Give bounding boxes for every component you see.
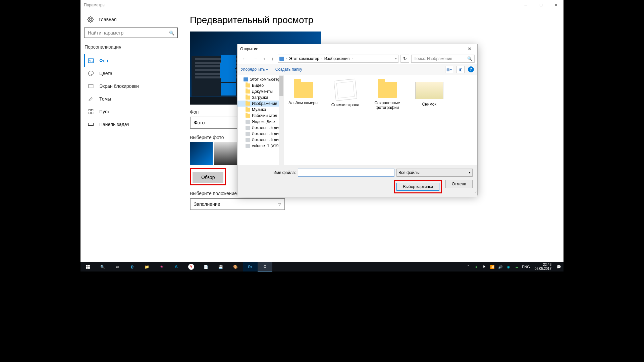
tree-item[interactable]: Музыка [237, 107, 284, 113]
edge-app[interactable]: e [125, 262, 140, 272]
forward-button[interactable]: → [251, 56, 260, 61]
paint-app[interactable]: 🎨 [228, 262, 243, 272]
organize-menu[interactable]: Упорядочить ▾ [241, 67, 268, 72]
filetype-value: Все файлы [398, 170, 420, 175]
new-folder-button[interactable]: Создать папку [275, 67, 302, 72]
close-button[interactable]: ✕ [548, 0, 564, 10]
refresh-button[interactable]: ↻ [400, 55, 409, 63]
drive-icon [246, 132, 250, 136]
up-button[interactable]: ↑ [269, 56, 276, 61]
search-button[interactable]: 🔍 [95, 262, 110, 272]
nav-taskbar[interactable]: Панель задач [84, 118, 181, 131]
home-label: Главная [99, 17, 116, 22]
search-input[interactable] [87, 30, 166, 36]
tree-item[interactable]: Локальный диск [237, 137, 284, 143]
dialog-title-bar: Открытие ✕ [237, 44, 477, 54]
svg-rect-3 [89, 109, 90, 111]
wifi-icon[interactable]: 📶 [490, 264, 495, 269]
filename-input[interactable] [298, 169, 394, 177]
nav-colors[interactable]: Цвета [84, 67, 181, 80]
tray-icon[interactable]: ◉ [506, 264, 511, 269]
nav-background[interactable]: Фон [84, 54, 181, 67]
tree-item[interactable]: Изображения [237, 101, 284, 107]
save-app[interactable]: 💾 [213, 262, 228, 272]
photo-thumb[interactable] [214, 142, 237, 165]
tree-item[interactable]: Локальный диск [237, 125, 284, 131]
nav-label: Панель задач [99, 122, 129, 127]
photo-thumb[interactable] [190, 142, 213, 165]
photoshop-app[interactable]: Ps [243, 262, 258, 272]
view-mode-button[interactable]: ▤ ▾ [445, 66, 453, 73]
tree-item[interactable]: volume_1 (\\192 [237, 143, 284, 149]
position-select[interactable]: Заполнение ▽ [190, 198, 285, 210]
notifications-icon[interactable]: 💬 [556, 264, 561, 269]
tray-icon[interactable]: ⚑ [482, 264, 487, 269]
tree-item[interactable]: Видео [237, 82, 284, 88]
cancel-button[interactable]: Отмена [445, 180, 473, 188]
filetype-select[interactable]: Все файлы ▾ [396, 169, 473, 177]
dialog-search[interactable]: Поиск: Изображения 🔍 [411, 55, 475, 63]
app-icon[interactable]: ❀ [154, 262, 169, 272]
tree-item[interactable]: Локальный диск [237, 131, 284, 137]
skype-app[interactable]: S [169, 262, 184, 272]
start-button[interactable] [80, 262, 95, 272]
svg-rect-12 [88, 267, 90, 269]
yandex-app[interactable]: Y [188, 264, 194, 270]
breadcrumb[interactable]: Изображения [324, 56, 350, 61]
file-list: Альбом камерыСнимки экранаСохраненные фо… [284, 75, 477, 165]
image-icon [88, 58, 94, 64]
tree-item[interactable]: Загрузки [237, 95, 284, 101]
nav-lockscreen[interactable]: Экран блокировки [84, 80, 181, 93]
tree-item[interactable]: Рабочий стол [237, 113, 284, 119]
highlight-open: Выбор картинки [394, 180, 442, 193]
tree-item[interactable]: Этот компьютер [237, 76, 284, 82]
tray-icon[interactable]: ● [474, 264, 479, 269]
nav-themes[interactable]: Темы [84, 93, 181, 105]
svg-rect-11 [86, 267, 88, 269]
back-button[interactable]: ← [240, 56, 249, 61]
file-item[interactable]: Альбом камеры [287, 78, 319, 105]
file-item[interactable]: Сохраненные фотографии [371, 78, 403, 110]
tree-label: Видео [252, 83, 264, 88]
language-indicator[interactable]: ENG [522, 265, 530, 269]
tree-label: Рабочий стол [252, 113, 277, 118]
browse-button[interactable]: Обзор [193, 172, 223, 183]
tray-icon[interactable]: ☁ [514, 264, 519, 269]
file-item[interactable]: Снимки экрана [329, 78, 361, 107]
explorer-app[interactable]: 📁 [140, 262, 154, 272]
screenshot-icon [334, 79, 357, 101]
minimize-button[interactable]: ─ [518, 0, 533, 10]
folder-icon [378, 82, 397, 98]
address-bar[interactable]: › Этот компьютер › Изображения › ▾ [278, 55, 398, 63]
file-item[interactable]: Снимок [413, 78, 445, 107]
volume-icon[interactable]: 🔊 [498, 264, 503, 269]
tree-label: Локальный диск [252, 137, 282, 142]
clock[interactable]: 22:43 03.05.2017 [533, 263, 553, 271]
breadcrumb[interactable]: Этот компьютер [289, 56, 319, 61]
open-button[interactable]: Выбор картинки [396, 183, 439, 191]
tree-scrollbar[interactable] [279, 75, 284, 165]
file-label: Сохраненные фотографии [371, 101, 403, 110]
maximize-button[interactable]: ☐ [533, 0, 548, 10]
tray-chevron-icon[interactable]: ˄ [466, 264, 471, 269]
tree-label: Загрузки [252, 95, 268, 100]
section-label: Персонализация [84, 44, 181, 50]
tree-item[interactable]: Документы [237, 88, 284, 95]
settings-app[interactable]: ⚙ [258, 262, 272, 272]
address-dropdown-icon[interactable]: ▾ [395, 57, 397, 60]
home-link[interactable]: Главная [84, 13, 181, 25]
nav-start[interactable]: Пуск [84, 105, 181, 118]
recent-button[interactable]: ▾ [262, 57, 267, 61]
notepad-app[interactable]: 📄 [199, 262, 213, 272]
search-box[interactable]: 🔍 [84, 27, 178, 38]
chevron-right-icon: › [286, 57, 287, 60]
preview-pane-button[interactable]: ◧ [457, 66, 465, 73]
help-icon[interactable]: ? [468, 66, 474, 72]
tree-item[interactable]: Яндекс.Диск [237, 119, 284, 125]
svg-rect-10 [88, 265, 90, 266]
resize-grip[interactable]: ⋰ [473, 191, 477, 194]
search-icon: 🔍 [467, 56, 472, 61]
folder-icon [246, 89, 250, 94]
task-view-button[interactable]: ⧉ [110, 262, 125, 272]
dialog-close-button[interactable]: ✕ [465, 46, 475, 52]
